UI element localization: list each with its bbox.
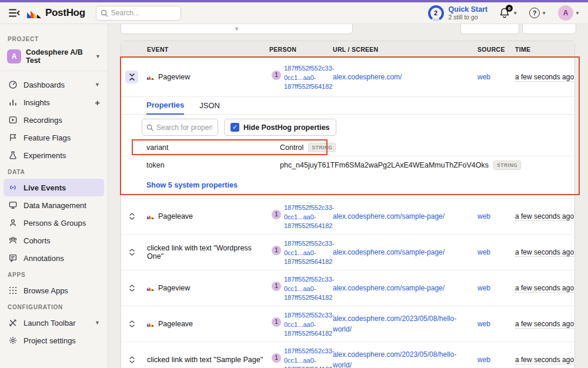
table-header-row: EVENT PERSON URL / SCREEN SOURCE TIME [121, 41, 574, 58]
chevron-down-icon: ▼ [234, 26, 239, 34]
time-ago: a few seconds ago [515, 284, 574, 293]
url-link[interactable]: alex.codesphere.com/ [333, 73, 402, 81]
cohorts-icon [8, 236, 18, 245]
quick-start-subtitle: 2 still to go [449, 14, 488, 21]
live-events-table: EVENT PERSON URL / SCREEN SOURCE TIME [121, 41, 575, 368]
expand-row-icon[interactable] [127, 354, 136, 366]
avatar: A [558, 5, 573, 21]
property-search[interactable] [142, 119, 218, 136]
url-link[interactable]: alex.codesphere.com/sample-page/ [333, 248, 445, 256]
project-switcher[interactable]: A Codesphere A/B Test ▼ [0, 46, 108, 71]
source-link[interactable]: web [477, 356, 490, 364]
person-id-link[interactable]: 187ff552f552c33- 0cc1...aa0- 187ff552f56… [284, 345, 334, 368]
property-search-input[interactable] [156, 123, 212, 132]
expand-row-icon[interactable] [127, 318, 136, 330]
person-count-badge: 1 [272, 353, 281, 363]
url-link[interactable]: alex.codesphere.com/sample-page/ [333, 284, 445, 292]
sidebar-item-label: Experiments [24, 151, 100, 160]
time-ago: a few seconds ago [515, 212, 574, 221]
sidebar-item-label: Cohorts [24, 236, 100, 245]
person-link[interactable]: 1 187ff552f552c33- 0cc1...aa0- 187ff552f… [268, 273, 332, 303]
collapse-row-icon[interactable] [125, 71, 138, 83]
sidebar-item-persons-groups[interactable]: Persons & Groups [0, 214, 108, 232]
project-name: Codesphere A/B Test [26, 48, 91, 65]
show-system-properties-link[interactable]: Show 5 system properties [146, 181, 238, 189]
hide-posthog-properties-toggle[interactable]: ✓ Hide PostHog properties [224, 119, 336, 136]
person-link[interactable]: 1 187ff552f552c33- 0cc1...aa0- 187ff552f… [268, 345, 332, 368]
url-link[interactable]: alex.codesphere.com/2023/05/08/hello-wor… [333, 315, 456, 333]
sidebar: PROJECT A Codesphere A/B Test ▼ Dashboar… [0, 24, 108, 368]
property-row-variant: variant Control STRING [121, 139, 574, 156]
sidebar-item-dashboards[interactable]: Dashboards ▼ [0, 76, 108, 93]
sidebar-item-experiments[interactable]: Experiments [0, 146, 108, 164]
event-filter-dropdown-partial[interactable]: ▼ [121, 24, 353, 34]
flag-icon [8, 133, 18, 142]
sidebar-item-project-settings[interactable]: Project settings [0, 332, 108, 349]
quick-start-progress-ring: 2 [428, 5, 444, 21]
sidebar-item-data-management[interactable]: Data Management [0, 196, 108, 214]
quick-start-button[interactable]: 2 Quick Start 2 still to go [428, 5, 488, 21]
posthog-logo[interactable]: PostHog [27, 7, 85, 19]
person-link[interactable]: 1 187ff552f552c33- 0cc1...aa0- 187ff552f… [268, 309, 332, 339]
posthog-logo-text: PostHog [45, 7, 85, 19]
search-input[interactable] [111, 9, 170, 17]
event-pageleave-icon [147, 213, 155, 219]
notifications-button[interactable]: 0 ▼ [499, 7, 517, 19]
tools-icon [8, 318, 18, 327]
property-key: token [121, 161, 280, 169]
source-link[interactable]: web [477, 248, 490, 256]
sidebar-item-label: Live Events [24, 183, 100, 192]
monitor-icon [8, 200, 18, 210]
help-button[interactable]: ? ▼ [529, 8, 546, 18]
column-header-source: SOURCE [473, 46, 508, 53]
event-name: Pageview [158, 284, 190, 292]
expand-row-icon[interactable] [127, 210, 136, 222]
person-id-link[interactable]: 187ff552f552c33- 0cc1...aa0- 187ff552f56… [284, 202, 334, 232]
person-link[interactable]: 1 187ff552f552c33- 0cc1...aa0- 187ff552f… [268, 237, 332, 267]
column-header-event: EVENT [142, 46, 268, 53]
sidebar-item-label: Data Management [24, 201, 100, 210]
filter-control-partial[interactable] [460, 24, 519, 34]
person-id-link[interactable]: 187ff552f552c33- 0cc1...aa0- 187ff552f56… [284, 237, 334, 267]
filter-control-partial[interactable] [522, 24, 576, 34]
search-icon [146, 124, 153, 131]
sidebar-item-browse-apps[interactable]: Browse Apps [0, 282, 108, 299]
person-id-link[interactable]: 187ff552f552c33- 0cc1...aa0- 187ff552f56… [284, 273, 334, 303]
table-row: Pageleave 1 187ff552f552c33- 0cc1...aa0-… [121, 306, 574, 342]
url-link[interactable]: alex.codesphere.com/2023/05/08/hello-wor… [333, 350, 456, 368]
person-link[interactable]: 1 187ff552f552c33- 0cc1...aa0- 187ff552f… [268, 202, 332, 232]
account-menu-button[interactable]: A ▼ [558, 5, 580, 21]
flask-icon [8, 150, 18, 160]
sidebar-collapse-icon[interactable] [8, 8, 21, 18]
notification-badge: 0 [506, 5, 513, 12]
person-id-link[interactable]: 187ff552f552c33- 0cc1...aa0- 187ff552f56… [284, 309, 334, 339]
new-insight-icon[interactable]: + [95, 98, 100, 107]
expand-row-icon[interactable] [127, 246, 136, 258]
person-link[interactable]: 1 187ff552f552c33- 0cc1...aa0- 187ff552f… [268, 62, 332, 92]
source-link[interactable]: web [477, 212, 490, 220]
checkbox-checked-icon[interactable]: ✓ [230, 123, 239, 132]
global-search[interactable] [96, 6, 181, 21]
recordings-icon [8, 115, 18, 125]
url-link[interactable]: alex.codesphere.com/sample-page/ [333, 212, 445, 220]
sidebar-item-launch-toolbar[interactable]: Launch Toolbar ▼ [0, 314, 108, 332]
top-accent-bar [0, 0, 588, 2]
sidebar-item-cohorts[interactable]: Cohorts [0, 232, 108, 249]
property-type-badge: STRING [308, 143, 336, 152]
sidebar-item-recordings[interactable]: Recordings [0, 111, 108, 129]
source-link[interactable]: web [477, 320, 490, 328]
tab-properties[interactable]: Properties [146, 101, 184, 115]
sidebar-item-annotations[interactable]: Annotations [0, 249, 108, 267]
navbar-right: 2 Quick Start 2 still to go 0 ▼ ? [428, 5, 580, 21]
sidebar-item-insights[interactable]: Insights + [0, 93, 108, 111]
sidebar-item-live-events[interactable]: Live Events [4, 179, 104, 196]
tab-json[interactable]: JSON [199, 101, 220, 114]
project-avatar: A [7, 49, 21, 63]
person-id-link[interactable]: 187ff552f552c33- 0cc1...aa0- 187ff552f56… [284, 62, 334, 92]
expand-row-icon[interactable] [127, 282, 136, 294]
source-link[interactable]: web [477, 284, 490, 292]
source-link[interactable]: web [477, 73, 490, 81]
gear-icon [8, 336, 18, 345]
sidebar-item-feature-flags[interactable]: Feature Flags [0, 129, 108, 146]
column-header-person: PERSON [268, 46, 332, 53]
